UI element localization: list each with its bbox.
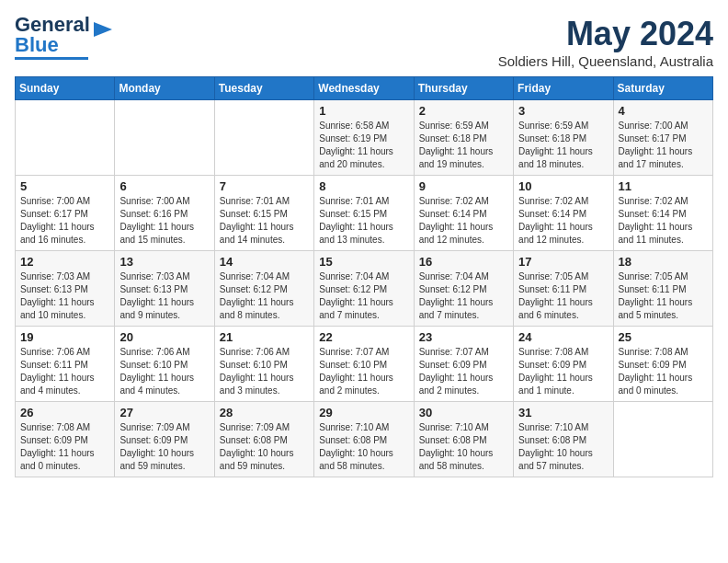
calendar-cell: 27Sunrise: 7:09 AM Sunset: 6:09 PM Dayli… <box>115 402 214 477</box>
day-number: 16 <box>419 255 508 269</box>
day-number: 4 <box>619 104 708 118</box>
week-row-1: 1Sunrise: 6:58 AM Sunset: 6:19 PM Daylig… <box>16 100 713 176</box>
calendar-cell: 23Sunrise: 7:07 AM Sunset: 6:09 PM Dayli… <box>414 327 513 402</box>
header-monday: Monday <box>115 77 214 100</box>
cell-content: Sunrise: 7:00 AM Sunset: 6:16 PM Dayligh… <box>119 195 209 247</box>
day-number: 14 <box>220 255 309 269</box>
cell-content: Sunrise: 7:04 AM Sunset: 6:12 PM Dayligh… <box>419 270 508 322</box>
calendar-cell: 11Sunrise: 7:02 AM Sunset: 6:14 PM Dayli… <box>613 176 712 251</box>
cell-content: Sunrise: 7:01 AM Sunset: 6:15 PM Dayligh… <box>220 195 309 247</box>
day-number: 9 <box>419 179 508 193</box>
week-row-5: 26Sunrise: 7:08 AM Sunset: 6:09 PM Dayli… <box>16 402 713 477</box>
calendar-cell: 17Sunrise: 7:05 AM Sunset: 6:11 PM Dayli… <box>514 251 613 327</box>
calendar-cell <box>16 100 115 176</box>
cell-content: Sunrise: 7:03 AM Sunset: 6:13 PM Dayligh… <box>20 270 109 322</box>
logo-text: GeneralBlue <box>15 13 90 56</box>
calendar-cell: 1Sunrise: 6:58 AM Sunset: 6:19 PM Daylig… <box>314 100 414 176</box>
svg-marker-0 <box>94 22 112 37</box>
cell-content: Sunrise: 6:58 AM Sunset: 6:19 PM Dayligh… <box>319 120 408 171</box>
cell-content: Sunrise: 7:00 AM Sunset: 6:17 PM Dayligh… <box>20 195 109 247</box>
calendar-cell: 9Sunrise: 7:02 AM Sunset: 6:14 PM Daylig… <box>414 176 513 251</box>
day-number: 30 <box>419 406 508 419</box>
day-number: 3 <box>518 104 608 118</box>
day-number: 23 <box>419 330 508 344</box>
cell-content: Sunrise: 7:05 AM Sunset: 6:11 PM Dayligh… <box>518 270 608 322</box>
calendar-cell: 10Sunrise: 7:02 AM Sunset: 6:14 PM Dayli… <box>514 176 613 251</box>
week-row-4: 19Sunrise: 7:06 AM Sunset: 6:11 PM Dayli… <box>16 327 713 402</box>
calendar-cell: 31Sunrise: 7:10 AM Sunset: 6:08 PM Dayli… <box>514 402 613 477</box>
day-number: 19 <box>20 330 109 344</box>
day-number: 15 <box>319 255 408 269</box>
day-number: 13 <box>119 255 209 269</box>
day-number: 22 <box>319 330 408 344</box>
week-row-3: 12Sunrise: 7:03 AM Sunset: 6:13 PM Dayli… <box>16 251 713 327</box>
calendar-cell: 7Sunrise: 7:01 AM Sunset: 6:15 PM Daylig… <box>214 176 313 251</box>
day-number: 29 <box>319 406 408 419</box>
day-number: 8 <box>319 179 408 193</box>
day-number: 10 <box>518 179 608 193</box>
calendar-cell: 12Sunrise: 7:03 AM Sunset: 6:13 PM Dayli… <box>16 251 115 327</box>
calendar-cell <box>115 100 214 176</box>
day-number: 20 <box>119 330 209 344</box>
calendar-cell: 14Sunrise: 7:04 AM Sunset: 6:12 PM Dayli… <box>214 251 313 327</box>
cell-content: Sunrise: 7:08 AM Sunset: 6:09 PM Dayligh… <box>20 421 109 473</box>
header-row: SundayMondayTuesdayWednesdayThursdayFrid… <box>16 77 713 100</box>
cell-content: Sunrise: 7:03 AM Sunset: 6:13 PM Dayligh… <box>119 270 209 322</box>
calendar-cell: 5Sunrise: 7:00 AM Sunset: 6:17 PM Daylig… <box>16 176 115 251</box>
day-number: 11 <box>619 179 708 193</box>
header-wednesday: Wednesday <box>314 77 414 100</box>
cell-content: Sunrise: 7:09 AM Sunset: 6:09 PM Dayligh… <box>119 421 209 473</box>
calendar-cell: 18Sunrise: 7:05 AM Sunset: 6:11 PM Dayli… <box>613 251 712 327</box>
cell-content: Sunrise: 7:08 AM Sunset: 6:09 PM Dayligh… <box>518 346 608 397</box>
cell-content: Sunrise: 7:08 AM Sunset: 6:09 PM Dayligh… <box>619 346 708 397</box>
cell-content: Sunrise: 7:10 AM Sunset: 6:08 PM Dayligh… <box>319 421 408 473</box>
calendar-cell: 25Sunrise: 7:08 AM Sunset: 6:09 PM Dayli… <box>613 327 712 402</box>
cell-content: Sunrise: 6:59 AM Sunset: 6:18 PM Dayligh… <box>518 120 608 171</box>
day-number: 31 <box>518 406 608 419</box>
cell-content: Sunrise: 7:06 AM Sunset: 6:10 PM Dayligh… <box>119 346 209 397</box>
day-number: 7 <box>220 179 309 193</box>
calendar-cell <box>613 402 712 477</box>
calendar-cell: 26Sunrise: 7:08 AM Sunset: 6:09 PM Dayli… <box>16 402 115 477</box>
cell-content: Sunrise: 7:10 AM Sunset: 6:08 PM Dayligh… <box>419 421 508 473</box>
calendar-cell: 15Sunrise: 7:04 AM Sunset: 6:12 PM Dayli… <box>314 251 414 327</box>
calendar-cell: 24Sunrise: 7:08 AM Sunset: 6:09 PM Dayli… <box>514 327 613 402</box>
calendar-cell <box>214 100 313 176</box>
calendar-table: SundayMondayTuesdayWednesdayThursdayFrid… <box>15 76 713 477</box>
title-block: May 2024 Soldiers Hill, Queensland, Aust… <box>498 15 713 69</box>
header-friday: Friday <box>514 77 613 100</box>
logo-underline <box>15 57 88 60</box>
day-number: 12 <box>20 255 109 269</box>
calendar-cell: 28Sunrise: 7:09 AM Sunset: 6:08 PM Dayli… <box>214 402 313 477</box>
cell-content: Sunrise: 6:59 AM Sunset: 6:18 PM Dayligh… <box>419 120 508 171</box>
cell-content: Sunrise: 7:00 AM Sunset: 6:17 PM Dayligh… <box>619 120 708 171</box>
calendar-cell: 3Sunrise: 6:59 AM Sunset: 6:18 PM Daylig… <box>514 100 613 176</box>
day-number: 25 <box>619 330 708 344</box>
day-number: 1 <box>319 104 408 118</box>
day-number: 17 <box>518 255 608 269</box>
calendar-cell: 16Sunrise: 7:04 AM Sunset: 6:12 PM Dayli… <box>414 251 513 327</box>
day-number: 18 <box>619 255 708 269</box>
header-tuesday: Tuesday <box>214 77 313 100</box>
logo: GeneralBlue <box>15 15 116 60</box>
calendar-cell: 29Sunrise: 7:10 AM Sunset: 6:08 PM Dayli… <box>314 402 414 477</box>
cell-content: Sunrise: 7:02 AM Sunset: 6:14 PM Dayligh… <box>619 195 708 247</box>
logo-arrow-icon <box>94 18 116 40</box>
cell-content: Sunrise: 7:02 AM Sunset: 6:14 PM Dayligh… <box>518 195 608 247</box>
calendar-cell: 30Sunrise: 7:10 AM Sunset: 6:08 PM Dayli… <box>414 402 513 477</box>
day-number: 24 <box>518 330 608 344</box>
location: Soldiers Hill, Queensland, Australia <box>498 53 713 69</box>
cell-content: Sunrise: 7:02 AM Sunset: 6:14 PM Dayligh… <box>419 195 508 247</box>
month-year: May 2024 <box>498 15 713 53</box>
cell-content: Sunrise: 7:07 AM Sunset: 6:09 PM Dayligh… <box>419 346 508 397</box>
day-number: 21 <box>220 330 309 344</box>
calendar-cell: 19Sunrise: 7:06 AM Sunset: 6:11 PM Dayli… <box>16 327 115 402</box>
day-number: 6 <box>119 179 209 193</box>
header-thursday: Thursday <box>414 77 513 100</box>
calendar-cell: 20Sunrise: 7:06 AM Sunset: 6:10 PM Dayli… <box>115 327 214 402</box>
cell-content: Sunrise: 7:09 AM Sunset: 6:08 PM Dayligh… <box>220 421 309 473</box>
week-row-2: 5Sunrise: 7:00 AM Sunset: 6:17 PM Daylig… <box>16 176 713 251</box>
calendar-cell: 13Sunrise: 7:03 AM Sunset: 6:13 PM Dayli… <box>115 251 214 327</box>
day-number: 5 <box>20 179 109 193</box>
calendar-cell: 22Sunrise: 7:07 AM Sunset: 6:10 PM Dayli… <box>314 327 414 402</box>
